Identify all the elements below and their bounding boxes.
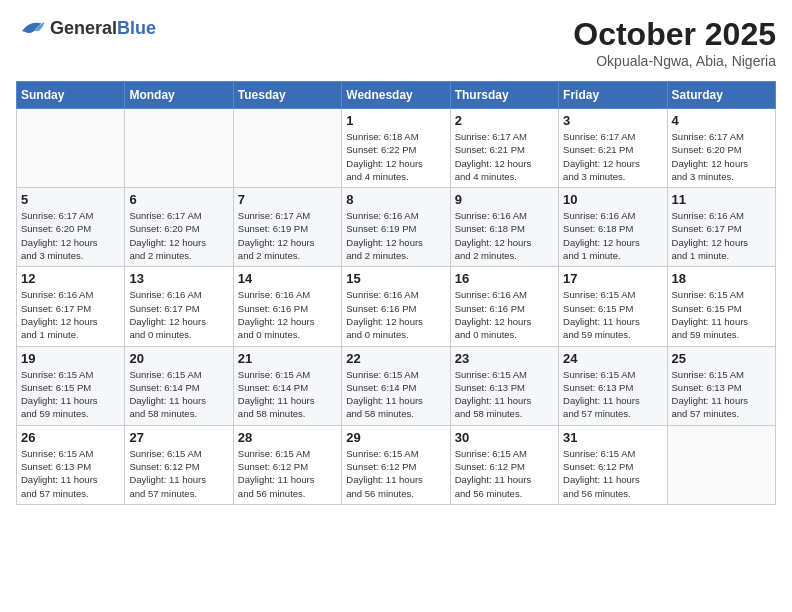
page-header: GeneralBlue October 2025 Okpuala-Ngwa, A… (16, 16, 776, 69)
day-info: Sunrise: 6:15 AM Sunset: 6:15 PM Dayligh… (672, 288, 771, 341)
day-number: 23 (455, 351, 554, 366)
day-info: Sunrise: 6:15 AM Sunset: 6:13 PM Dayligh… (455, 368, 554, 421)
day-number: 14 (238, 271, 337, 286)
day-number: 11 (672, 192, 771, 207)
calendar-cell: 26Sunrise: 6:15 AM Sunset: 6:13 PM Dayli… (17, 425, 125, 504)
weekday-header-monday: Monday (125, 82, 233, 109)
calendar-cell: 23Sunrise: 6:15 AM Sunset: 6:13 PM Dayli… (450, 346, 558, 425)
day-number: 7 (238, 192, 337, 207)
calendar-cell: 1Sunrise: 6:18 AM Sunset: 6:22 PM Daylig… (342, 109, 450, 188)
weekday-header-sunday: Sunday (17, 82, 125, 109)
calendar-cell: 10Sunrise: 6:16 AM Sunset: 6:18 PM Dayli… (559, 188, 667, 267)
day-number: 17 (563, 271, 662, 286)
calendar-cell: 5Sunrise: 6:17 AM Sunset: 6:20 PM Daylig… (17, 188, 125, 267)
day-number: 16 (455, 271, 554, 286)
day-number: 26 (21, 430, 120, 445)
calendar-cell: 12Sunrise: 6:16 AM Sunset: 6:17 PM Dayli… (17, 267, 125, 346)
day-info: Sunrise: 6:15 AM Sunset: 6:12 PM Dayligh… (455, 447, 554, 500)
day-number: 31 (563, 430, 662, 445)
day-info: Sunrise: 6:16 AM Sunset: 6:17 PM Dayligh… (672, 209, 771, 262)
weekday-header-friday: Friday (559, 82, 667, 109)
day-info: Sunrise: 6:17 AM Sunset: 6:20 PM Dayligh… (129, 209, 228, 262)
day-number: 5 (21, 192, 120, 207)
calendar-cell: 9Sunrise: 6:16 AM Sunset: 6:18 PM Daylig… (450, 188, 558, 267)
calendar-cell: 28Sunrise: 6:15 AM Sunset: 6:12 PM Dayli… (233, 425, 341, 504)
day-number: 29 (346, 430, 445, 445)
day-number: 18 (672, 271, 771, 286)
day-info: Sunrise: 6:15 AM Sunset: 6:12 PM Dayligh… (346, 447, 445, 500)
day-number: 2 (455, 113, 554, 128)
calendar-cell: 25Sunrise: 6:15 AM Sunset: 6:13 PM Dayli… (667, 346, 775, 425)
day-number: 6 (129, 192, 228, 207)
day-number: 27 (129, 430, 228, 445)
calendar-cell: 19Sunrise: 6:15 AM Sunset: 6:15 PM Dayli… (17, 346, 125, 425)
calendar-cell: 18Sunrise: 6:15 AM Sunset: 6:15 PM Dayli… (667, 267, 775, 346)
day-info: Sunrise: 6:15 AM Sunset: 6:13 PM Dayligh… (563, 368, 662, 421)
calendar-cell: 2Sunrise: 6:17 AM Sunset: 6:21 PM Daylig… (450, 109, 558, 188)
day-info: Sunrise: 6:18 AM Sunset: 6:22 PM Dayligh… (346, 130, 445, 183)
calendar-cell: 11Sunrise: 6:16 AM Sunset: 6:17 PM Dayli… (667, 188, 775, 267)
day-number: 4 (672, 113, 771, 128)
calendar-cell: 21Sunrise: 6:15 AM Sunset: 6:14 PM Dayli… (233, 346, 341, 425)
day-info: Sunrise: 6:15 AM Sunset: 6:14 PM Dayligh… (129, 368, 228, 421)
day-info: Sunrise: 6:16 AM Sunset: 6:17 PM Dayligh… (21, 288, 120, 341)
logo: GeneralBlue (16, 16, 156, 40)
calendar-cell (17, 109, 125, 188)
day-info: Sunrise: 6:15 AM Sunset: 6:14 PM Dayligh… (238, 368, 337, 421)
calendar-cell: 8Sunrise: 6:16 AM Sunset: 6:19 PM Daylig… (342, 188, 450, 267)
day-number: 25 (672, 351, 771, 366)
day-info: Sunrise: 6:15 AM Sunset: 6:15 PM Dayligh… (563, 288, 662, 341)
day-number: 13 (129, 271, 228, 286)
calendar-cell: 22Sunrise: 6:15 AM Sunset: 6:14 PM Dayli… (342, 346, 450, 425)
weekday-header-wednesday: Wednesday (342, 82, 450, 109)
day-info: Sunrise: 6:16 AM Sunset: 6:16 PM Dayligh… (455, 288, 554, 341)
day-number: 24 (563, 351, 662, 366)
weekday-header-tuesday: Tuesday (233, 82, 341, 109)
logo-bird-icon (16, 16, 46, 40)
location-subtitle: Okpuala-Ngwa, Abia, Nigeria (573, 53, 776, 69)
calendar-cell: 6Sunrise: 6:17 AM Sunset: 6:20 PM Daylig… (125, 188, 233, 267)
day-number: 22 (346, 351, 445, 366)
day-info: Sunrise: 6:16 AM Sunset: 6:16 PM Dayligh… (238, 288, 337, 341)
calendar-week-5: 26Sunrise: 6:15 AM Sunset: 6:13 PM Dayli… (17, 425, 776, 504)
calendar-cell (125, 109, 233, 188)
day-info: Sunrise: 6:15 AM Sunset: 6:12 PM Dayligh… (238, 447, 337, 500)
day-number: 28 (238, 430, 337, 445)
calendar-cell: 30Sunrise: 6:15 AM Sunset: 6:12 PM Dayli… (450, 425, 558, 504)
weekday-header-row: SundayMondayTuesdayWednesdayThursdayFrid… (17, 82, 776, 109)
calendar-cell (667, 425, 775, 504)
calendar-cell: 14Sunrise: 6:16 AM Sunset: 6:16 PM Dayli… (233, 267, 341, 346)
day-number: 12 (21, 271, 120, 286)
weekday-header-saturday: Saturday (667, 82, 775, 109)
day-info: Sunrise: 6:16 AM Sunset: 6:19 PM Dayligh… (346, 209, 445, 262)
calendar-week-1: 1Sunrise: 6:18 AM Sunset: 6:22 PM Daylig… (17, 109, 776, 188)
calendar-week-3: 12Sunrise: 6:16 AM Sunset: 6:17 PM Dayli… (17, 267, 776, 346)
day-info: Sunrise: 6:15 AM Sunset: 6:12 PM Dayligh… (129, 447, 228, 500)
title-block: October 2025 Okpuala-Ngwa, Abia, Nigeria (573, 16, 776, 69)
calendar-cell: 27Sunrise: 6:15 AM Sunset: 6:12 PM Dayli… (125, 425, 233, 504)
day-number: 20 (129, 351, 228, 366)
day-number: 10 (563, 192, 662, 207)
calendar-cell: 3Sunrise: 6:17 AM Sunset: 6:21 PM Daylig… (559, 109, 667, 188)
calendar-cell: 16Sunrise: 6:16 AM Sunset: 6:16 PM Dayli… (450, 267, 558, 346)
day-info: Sunrise: 6:15 AM Sunset: 6:13 PM Dayligh… (672, 368, 771, 421)
day-info: Sunrise: 6:17 AM Sunset: 6:21 PM Dayligh… (455, 130, 554, 183)
day-info: Sunrise: 6:17 AM Sunset: 6:21 PM Dayligh… (563, 130, 662, 183)
day-info: Sunrise: 6:16 AM Sunset: 6:17 PM Dayligh… (129, 288, 228, 341)
calendar-cell: 29Sunrise: 6:15 AM Sunset: 6:12 PM Dayli… (342, 425, 450, 504)
day-number: 15 (346, 271, 445, 286)
calendar-week-2: 5Sunrise: 6:17 AM Sunset: 6:20 PM Daylig… (17, 188, 776, 267)
calendar-table: SundayMondayTuesdayWednesdayThursdayFrid… (16, 81, 776, 505)
day-info: Sunrise: 6:15 AM Sunset: 6:15 PM Dayligh… (21, 368, 120, 421)
day-info: Sunrise: 6:17 AM Sunset: 6:20 PM Dayligh… (672, 130, 771, 183)
day-number: 21 (238, 351, 337, 366)
day-info: Sunrise: 6:16 AM Sunset: 6:18 PM Dayligh… (455, 209, 554, 262)
day-info: Sunrise: 6:17 AM Sunset: 6:20 PM Dayligh… (21, 209, 120, 262)
day-number: 8 (346, 192, 445, 207)
calendar-cell: 4Sunrise: 6:17 AM Sunset: 6:20 PM Daylig… (667, 109, 775, 188)
calendar-cell: 17Sunrise: 6:15 AM Sunset: 6:15 PM Dayli… (559, 267, 667, 346)
logo-text-blue: Blue (117, 18, 156, 38)
day-info: Sunrise: 6:16 AM Sunset: 6:16 PM Dayligh… (346, 288, 445, 341)
day-number: 1 (346, 113, 445, 128)
calendar-week-4: 19Sunrise: 6:15 AM Sunset: 6:15 PM Dayli… (17, 346, 776, 425)
